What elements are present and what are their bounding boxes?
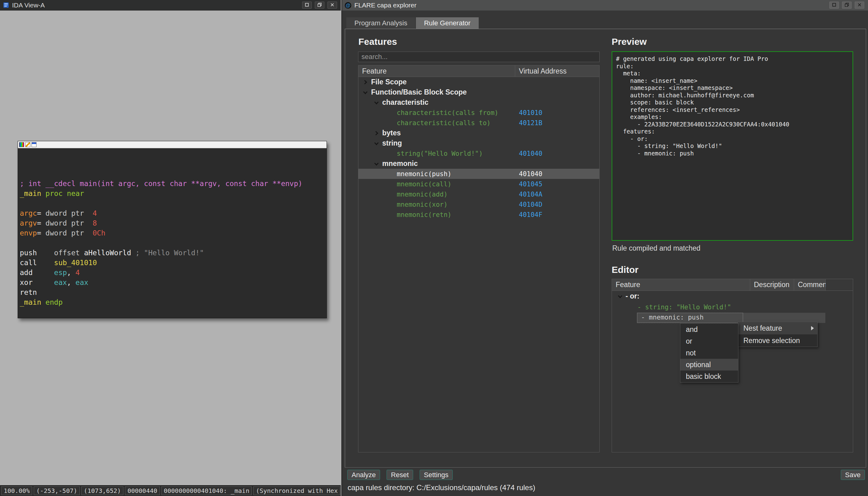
analyze-button[interactable]: Analyze xyxy=(347,470,380,480)
disassembly-line[interactable]: _main proc near xyxy=(20,188,326,198)
desktop: IDA View-A ; int __cdecl main(int argc, … xyxy=(0,0,868,496)
disassembly-line[interactable] xyxy=(20,238,326,248)
code-token: xor xyxy=(20,278,33,286)
disassembly-line[interactable]: add esp, 4 xyxy=(20,268,326,278)
column-header-feature[interactable]: Feature xyxy=(359,65,515,77)
chevron-down-icon[interactable] xyxy=(374,161,379,165)
menu-item-nest-feature[interactable]: Nest feature xyxy=(738,322,817,335)
disassembly-line[interactable]: call sub_401010 xyxy=(20,258,326,268)
tab-rule-generator[interactable]: Rule Generator xyxy=(416,17,478,29)
menu-item-not[interactable]: not xyxy=(680,347,738,359)
menu-item-and[interactable]: and xyxy=(680,324,738,335)
tree-row[interactable]: File Scope xyxy=(359,77,599,87)
disassembly-line[interactable]: xor eax, eax xyxy=(20,278,326,288)
maximize-icon xyxy=(832,3,836,8)
tree-row[interactable]: mnemonic(call)401045 xyxy=(359,179,599,189)
column-header-feature[interactable]: Feature xyxy=(612,279,750,291)
tree-row[interactable]: string xyxy=(359,138,599,148)
chevron-down-icon[interactable] xyxy=(374,100,379,104)
disassembly-line[interactable]: _main endp xyxy=(20,297,326,307)
code-token: 4 xyxy=(92,209,97,217)
disassembly-line[interactable]: argv= dword ptr 8 xyxy=(20,218,326,228)
tree-row-label: mnemonic(push) xyxy=(397,170,452,178)
disassembly-line[interactable] xyxy=(20,198,326,208)
virtual-address: 40121B xyxy=(519,119,543,127)
tree-row[interactable]: mnemonic(add)40104A xyxy=(359,189,599,199)
editor-rows: - or:- string: "Hello World!"- mnemonic:… xyxy=(612,291,853,323)
tree-row[interactable]: mnemonic(xor)40104D xyxy=(359,199,599,210)
column-header-description[interactable]: Description xyxy=(750,279,794,291)
menu-item-label: Remove selection xyxy=(743,337,800,345)
tree-row[interactable]: characteristic xyxy=(359,97,599,108)
menu-item-optional[interactable]: optional xyxy=(680,359,738,371)
settings-button[interactable]: Settings xyxy=(420,470,453,480)
editor-row-label: - or: xyxy=(626,292,639,300)
close-button[interactable] xyxy=(328,2,337,9)
window-controls xyxy=(302,2,337,9)
tree-row[interactable]: characteristic(calls to)40121B xyxy=(359,118,599,128)
statusbar-cell: (-253,-507) xyxy=(34,486,79,495)
close-button[interactable] xyxy=(855,2,864,9)
reset-button[interactable]: Reset xyxy=(386,470,413,480)
tree-row[interactable]: characteristic(calls from)401010 xyxy=(359,108,599,118)
tree-row[interactable]: mnemonic xyxy=(359,158,599,169)
code-token xyxy=(37,259,54,267)
restore-button[interactable] xyxy=(842,2,852,9)
editor-row[interactable]: - string: "Hello World!" xyxy=(612,301,853,312)
disassembly-line[interactable]: push offset aHelloWorld ; "Hello World!" xyxy=(20,248,326,258)
ida-titlebar: IDA View-A xyxy=(0,0,341,11)
menu-item-remove-selection[interactable]: Remove selection xyxy=(738,335,817,347)
tab-program-analysis[interactable]: Program Analysis xyxy=(346,17,415,29)
tree-row[interactable]: bytes xyxy=(359,128,599,138)
maximize-button[interactable] xyxy=(302,2,312,9)
code-token: _main xyxy=(20,189,41,198)
rule-preview-line: scope: basic block xyxy=(616,99,849,106)
code-token: = xyxy=(37,219,41,227)
tree-row[interactable]: Function/Basic Block Scope xyxy=(359,87,599,97)
tree-row-label: characteristic xyxy=(382,98,429,107)
window-controls xyxy=(829,2,864,9)
context-menu: Nest featureRemove selection xyxy=(737,322,818,347)
features-table-header: Feature Virtual Address xyxy=(359,65,599,77)
tree-row[interactable]: mnemonic(retn)40104F xyxy=(359,210,599,220)
disassembly-line[interactable]: ; int __cdecl main(int argc, const char … xyxy=(20,179,326,188)
tree-row-label: File Scope xyxy=(371,78,407,86)
ida-view-icon xyxy=(3,2,9,8)
chevron-down-icon[interactable] xyxy=(374,141,379,145)
chevron-down-icon[interactable] xyxy=(618,294,622,298)
disassembly-listing[interactable]: ; int __cdecl main(int argc, const char … xyxy=(18,148,326,318)
search-input[interactable] xyxy=(358,51,599,62)
menu-item-or[interactable]: or xyxy=(680,335,738,347)
restore-button[interactable] xyxy=(315,2,324,9)
disassembly-line[interactable]: retn xyxy=(20,288,326,297)
tree-row[interactable]: string("Hello World!")401040 xyxy=(359,148,599,158)
rule-preview-line: author: michael.hunhoff@fireeye.com xyxy=(616,92,849,99)
editor-row[interactable]: - or: xyxy=(612,291,853,301)
window-title: IDA View-A xyxy=(12,2,45,9)
code-token: dword ptr xyxy=(41,219,92,227)
rule-preview-line: # generated using capa explorer for IDA … xyxy=(616,55,849,63)
save-button[interactable]: Save xyxy=(841,470,865,480)
maximize-button[interactable] xyxy=(829,2,839,9)
column-header-comment[interactable]: Comment xyxy=(794,279,826,291)
disassembly-window-titlebar[interactable] xyxy=(18,141,326,148)
code-token: sub_401010 xyxy=(54,259,97,267)
disassembly-window: ; int __cdecl main(int argc, const char … xyxy=(18,141,327,318)
capa-titlebar: @ FLARE capa explorer xyxy=(342,0,868,11)
disassembly-line[interactable]: envp= dword ptr 0Ch xyxy=(20,228,326,238)
tree-row-label: mnemonic(retn) xyxy=(397,211,452,218)
virtual-address: 401040 xyxy=(519,170,543,178)
chevron-right-icon[interactable] xyxy=(374,131,378,135)
code-token: argc xyxy=(20,209,37,217)
column-header-virtual-address[interactable]: Virtual Address xyxy=(515,65,599,77)
chevron-down-icon[interactable] xyxy=(363,90,367,94)
tree-row[interactable]: mnemonic(push)401040 xyxy=(359,169,599,179)
chevron-right-icon[interactable] xyxy=(363,80,367,84)
tree-row-label: bytes xyxy=(382,129,401,137)
code-token: = xyxy=(37,209,41,217)
menu-item-basic-block[interactable]: basic block xyxy=(680,371,738,382)
features-tree: File ScopeFunction/Basic Block Scopechar… xyxy=(359,77,599,220)
rule-preview-editor[interactable]: # generated using capa explorer for IDA … xyxy=(612,51,853,241)
disassembly-line[interactable]: argc= dword ptr 4 xyxy=(20,208,326,218)
code-token: offset xyxy=(54,249,84,257)
